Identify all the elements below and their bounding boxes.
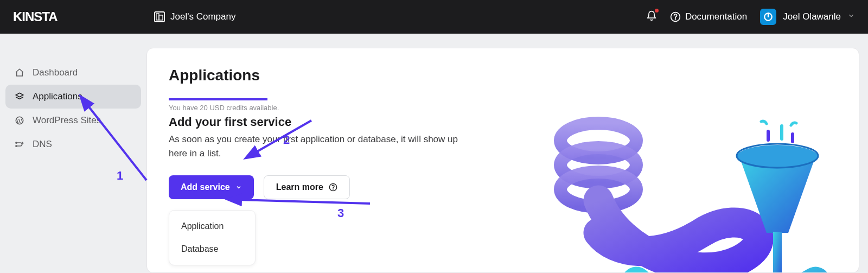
title-underline xyxy=(169,98,267,100)
sidebar-item-dashboard[interactable]: Dashboard xyxy=(5,61,141,85)
svg-point-15 xyxy=(737,144,818,168)
onboarding-body: As soon as you create your first applica… xyxy=(169,132,473,160)
sidebar: Dashboard Applications WordPress Sites D… xyxy=(0,34,146,273)
svg-rect-0 xyxy=(156,14,159,20)
dns-icon xyxy=(14,139,25,150)
svg-point-3 xyxy=(675,19,675,20)
company-icon xyxy=(154,11,165,22)
home-icon xyxy=(14,67,25,78)
help-icon xyxy=(670,11,681,22)
chevron-down-icon xyxy=(847,11,855,22)
sidebar-item-label: DNS xyxy=(33,139,52,150)
credit-note: You have 20 USD credits available. xyxy=(169,104,837,112)
help-icon xyxy=(329,183,337,192)
svg-rect-16 xyxy=(773,232,782,273)
top-bar: KINSTA Joel's Company Documentation Joel… xyxy=(0,0,868,34)
company-name: Joel's Company xyxy=(170,11,235,22)
company-switcher[interactable]: Joel's Company xyxy=(154,11,235,22)
svg-marker-5 xyxy=(16,93,23,97)
sidebar-item-applications[interactable]: Applications xyxy=(5,85,141,109)
learn-more-button[interactable]: Learn more xyxy=(264,175,350,199)
svg-rect-1 xyxy=(159,15,163,20)
sidebar-item-label: Dashboard xyxy=(33,67,78,78)
sidebar-item-label: WordPress Sites xyxy=(33,115,101,126)
brand-logo: KINSTA xyxy=(13,9,154,24)
brand-text: KINSTA xyxy=(13,9,58,24)
learn-more-label: Learn more xyxy=(276,182,323,192)
svg-point-10 xyxy=(333,189,333,189)
notification-dot xyxy=(655,9,659,12)
add-service-label: Add service xyxy=(181,182,230,192)
sidebar-item-label: Applications xyxy=(33,91,82,102)
user-menu[interactable]: Joel Olawanle xyxy=(760,9,855,25)
dropdown-item-application[interactable]: Application xyxy=(169,215,255,238)
dropdown-item-label: Database xyxy=(181,244,219,253)
top-actions: Documentation Joel Olawanle xyxy=(646,9,855,25)
dropdown-item-label: Application xyxy=(181,221,224,231)
dropdown-item-database[interactable]: Database xyxy=(169,238,255,261)
svg-rect-17 xyxy=(767,130,770,142)
page-title: Applications xyxy=(169,67,837,84)
notifications-button[interactable] xyxy=(646,10,657,24)
documentation-label: Documentation xyxy=(685,11,747,22)
sidebar-item-dns[interactable]: DNS xyxy=(5,132,141,156)
add-service-dropdown: Application Database xyxy=(169,210,256,265)
svg-rect-19 xyxy=(791,132,794,143)
add-service-button[interactable]: Add service xyxy=(169,175,254,199)
user-name: Joel Olawanle xyxy=(783,11,841,22)
user-avatar xyxy=(760,9,776,25)
chevron-down-icon xyxy=(235,184,242,191)
sidebar-item-wordpress[interactable]: WordPress Sites xyxy=(5,109,141,132)
main-content: Applications You have 20 USD credits ava… xyxy=(146,48,859,273)
wordpress-icon xyxy=(14,115,25,126)
onboarding-heading: Add your first service xyxy=(169,115,837,129)
documentation-link[interactable]: Documentation xyxy=(670,11,747,22)
stack-icon xyxy=(14,91,25,102)
svg-point-14 xyxy=(737,145,818,169)
